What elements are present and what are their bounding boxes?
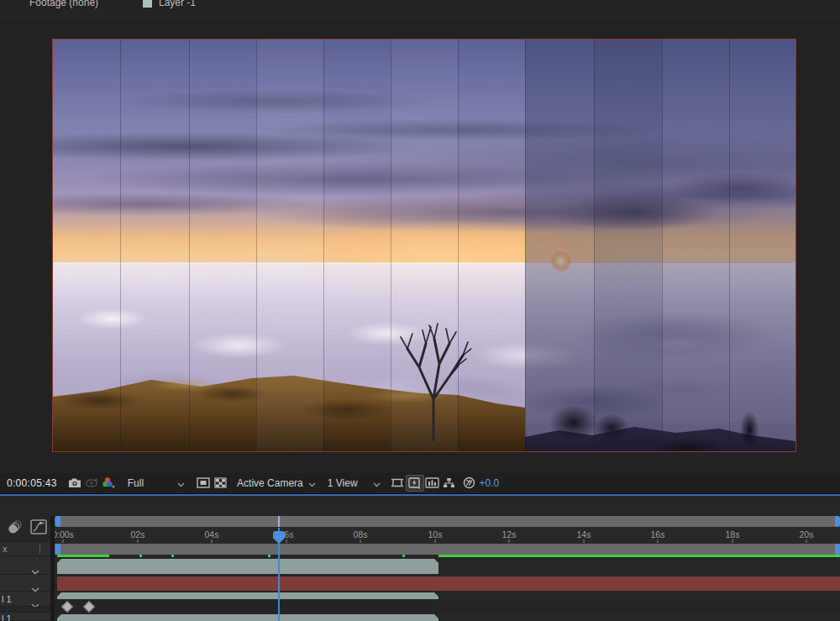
layer-row-left-4[interactable]: l 1: [0, 613, 50, 621]
panel-tab-bar: Footage (none) Layer -1: [0, 0, 840, 23]
property-row-left: [0, 607, 50, 613]
chevron-down-icon[interactable]: [31, 615, 39, 621]
cache-indicator-segment: [57, 555, 109, 557]
ruler-label: 20s: [800, 529, 814, 539]
transparency-grid-icon[interactable]: [212, 476, 228, 491]
slice-darkness-step: [594, 39, 662, 451]
reset-exposure-icon[interactable]: [461, 476, 478, 491]
tab-footage[interactable]: Footage (none): [29, 0, 98, 8]
layer-row-left-2[interactable]: [0, 575, 50, 592]
composition-panel: [0, 23, 840, 473]
keyframe-diamond[interactable]: [83, 601, 95, 613]
property-keyframe-row[interactable]: [55, 599, 840, 613]
slice-seam: [323, 39, 324, 451]
timeline-panel: x l 1 l 1 0:: [0, 496, 840, 621]
ruler-label: 18s: [726, 529, 740, 539]
chevron-down-icon[interactable]: [373, 476, 381, 491]
adjust-exposure-value[interactable]: +0.0: [480, 477, 500, 489]
tab-layer[interactable]: Layer -1: [159, 0, 196, 8]
channel-rgb-dots-icon[interactable]: [101, 476, 118, 491]
snapshot-camera-icon[interactable]: [67, 476, 84, 491]
slice-brightness-step: [256, 39, 323, 451]
work-area-start-handle[interactable]: [55, 544, 60, 555]
chevron-down-icon[interactable]: [308, 476, 316, 491]
layer-row-left-1[interactable]: [0, 557, 50, 575]
ruler-label: 14s: [577, 529, 591, 539]
layer-name-fragment: l 1: [2, 594, 12, 604]
flowchart-icon[interactable]: [441, 476, 458, 491]
cache-indicator-tick: [268, 555, 270, 557]
timeline-track-area[interactable]: 0:00s 02s 04s 06s 08s 10s 12s 14s 16s 18…: [55, 496, 840, 621]
ruler-label: 0:00s: [55, 529, 74, 539]
slice-seam: [525, 39, 526, 451]
cache-indicator-tick: [171, 555, 174, 557]
slice-seam: [729, 39, 730, 451]
slice-brightness-step: [391, 39, 458, 451]
composition-viewport[interactable]: [52, 39, 796, 452]
ruler-label: 04s: [205, 529, 219, 539]
navigator-playhead-tick: [278, 516, 280, 527]
time-navigator-bar[interactable]: [55, 516, 840, 527]
timeline-button-icon[interactable]: [424, 476, 441, 491]
motion-blur-icon[interactable]: [5, 517, 25, 537]
cache-indicator-tick: [139, 555, 142, 557]
current-timecode[interactable]: 0:00:05:43: [7, 477, 57, 489]
layer-name-fragment: l 1: [2, 613, 12, 621]
cache-indicator-segment: [438, 555, 840, 557]
view-popup-dropdown[interactable]: Active Camera: [237, 477, 303, 489]
graph-editor-icon[interactable]: [29, 517, 49, 537]
slice-seam: [458, 39, 459, 451]
ruler-label: 12s: [502, 529, 517, 539]
slice-seam: [120, 39, 121, 451]
timeline-left-header: x: [0, 543, 50, 555]
slice-seam: [662, 39, 663, 451]
work-area-end-handle[interactable]: [835, 544, 840, 555]
navigator-end-handle[interactable]: [835, 516, 840, 527]
ruler-label: 08s: [354, 529, 368, 539]
ruler-label: 10s: [428, 529, 443, 539]
fast-previews-icon[interactable]: [406, 475, 424, 492]
keyframe-diamond[interactable]: [61, 601, 73, 613]
ruler-label: 02s: [131, 529, 145, 539]
navigator-start-handle[interactable]: [55, 516, 60, 527]
cache-indicator-tick: [402, 555, 405, 557]
chevron-down-icon[interactable]: [177, 476, 185, 491]
time-ruler[interactable]: 0:00s 02s 04s 06s 08s 10s 12s 14s 16s 18…: [55, 528, 840, 545]
column-divider[interactable]: [39, 544, 40, 554]
layer-bar-1[interactable]: [57, 559, 438, 574]
ruler-label: 16s: [651, 529, 665, 539]
region-of-interest-icon[interactable]: [195, 476, 212, 491]
show-last-snapshot-eye-icon[interactable]: [84, 476, 101, 491]
layer-bar-2[interactable]: [57, 576, 840, 591]
pixel-aspect-correction-icon[interactable]: [389, 476, 406, 491]
left-header-text-fragment: x: [3, 544, 8, 554]
layer-bar-4[interactable]: [57, 614, 438, 621]
layer-bar-3[interactable]: [57, 592, 438, 599]
magnification-dropdown[interactable]: Full: [128, 477, 144, 489]
slice-seam: [189, 39, 190, 451]
work-area-bar[interactable]: [55, 544, 840, 555]
layer-row-left-3[interactable]: l 1: [0, 592, 50, 607]
layer-color-swatch-icon: [143, 0, 152, 8]
view-layout-dropdown[interactable]: 1 View: [328, 477, 358, 489]
sunset-panorama-image: [53, 39, 795, 451]
viewer-toolbar: 0:00:05:43 Full Active Camera 1 View: [0, 473, 840, 492]
after-effects-window: Footage (none) Layer -1: [0, 0, 840, 621]
